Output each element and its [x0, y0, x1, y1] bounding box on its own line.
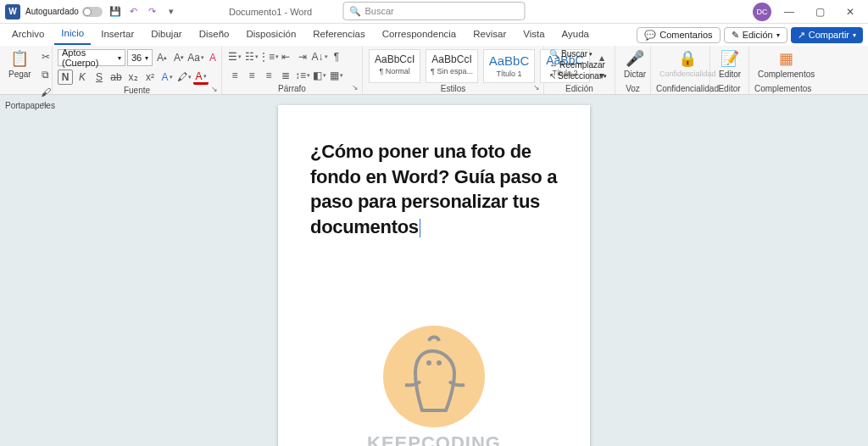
group-sensitivity: 🔒Confidencialidad Confidencialidad	[651, 46, 710, 94]
comments-button[interactable]: 💬Comentarios	[637, 27, 720, 43]
save-icon[interactable]: 💾	[108, 4, 123, 20]
show-marks-icon[interactable]: ¶	[329, 49, 344, 64]
title-bar: W Autoguardado 💾 ↶ ↷ ▾ 🔍 Buscar Document…	[0, 0, 868, 24]
group-addins: ▦Complementos Complementos	[749, 46, 810, 94]
group-label-addins: Complementos	[754, 83, 805, 93]
increase-indent-icon[interactable]: ⇥	[295, 49, 310, 64]
font-color-icon[interactable]: A	[193, 70, 209, 85]
tab-revisar[interactable]: Revisar	[466, 25, 513, 44]
cut-icon[interactable]: ✂	[38, 49, 53, 64]
comment-icon: 💬	[644, 30, 656, 41]
group-voice: 🎤Dictar Voz	[615, 46, 651, 94]
minimize-button[interactable]: ―	[776, 2, 802, 22]
text-effects-icon[interactable]: A	[159, 70, 175, 85]
strike-icon[interactable]: ab	[108, 70, 124, 85]
watermark-logo-icon	[383, 326, 485, 427]
clipboard-icon: 📋	[10, 49, 29, 68]
italic-icon[interactable]: K	[75, 70, 90, 85]
document-canvas[interactable]: ¿Cómo poner una foto de fondo en Word? G…	[0, 95, 868, 446]
watermark: KEEPCODING Tech School	[278, 326, 590, 446]
shading-icon[interactable]: ◧	[312, 68, 327, 83]
editing-mode-button[interactable]: ✎Edición▾	[724, 27, 787, 43]
close-button[interactable]: ✕	[837, 2, 863, 22]
share-icon: ↗	[798, 30, 805, 41]
tab-archivo[interactable]: Archivo	[5, 25, 51, 44]
group-label-editing: Edición	[549, 83, 609, 93]
document-heading[interactable]: ¿Cómo poner una foto de fondo en Word? G…	[310, 139, 558, 240]
style-sin-espaciado[interactable]: AaBbCcI¶ Sin espa...	[426, 49, 477, 83]
group-font: Aptos (Cuerpo)▾ 36▾ A▴ A▾ Aa A N K S ab …	[53, 46, 222, 94]
user-avatar[interactable]: DC	[753, 3, 771, 21]
line-spacing-icon[interactable]: ↕≡	[295, 68, 310, 83]
group-label-font: Fuente↘	[58, 85, 216, 95]
tab-insertar[interactable]: Insertar	[94, 25, 141, 44]
justify-icon[interactable]: ≣	[278, 68, 293, 83]
tab-referencias[interactable]: Referencias	[306, 25, 371, 44]
increase-font-icon[interactable]: A▴	[154, 50, 170, 65]
tab-diseno[interactable]: Diseño	[192, 25, 236, 44]
search-icon: 🔍	[349, 6, 361, 17]
autosave-toggle[interactable]	[82, 7, 103, 17]
clear-format-icon[interactable]: A	[205, 50, 220, 65]
share-button[interactable]: ↗Compartir▾	[791, 27, 863, 43]
page[interactable]: ¿Cómo poner una foto de fondo en Word? G…	[278, 105, 590, 446]
dictate-button[interactable]: 🎤Dictar	[620, 49, 649, 79]
highlight-icon[interactable]: 🖍	[176, 70, 192, 85]
align-center-icon[interactable]: ≡	[244, 68, 259, 83]
maximize-button[interactable]: ▢	[807, 2, 832, 22]
underline-icon[interactable]: S	[92, 70, 107, 85]
style-titulo1[interactable]: AaBbCTítulo 1	[483, 49, 536, 83]
group-styles: AaBbCcI¶ Normal AaBbCcI¶ Sin espa... AaB…	[363, 46, 544, 94]
align-right-icon[interactable]: ≡	[261, 68, 276, 83]
tab-correspondencia[interactable]: Correspondencia	[376, 25, 464, 44]
group-label-sensitivity: Confidencialidad	[656, 83, 704, 93]
style-normal[interactable]: AaBbCcI¶ Normal	[369, 49, 420, 83]
select-button[interactable]: ↖Seleccionar▾	[549, 71, 607, 81]
launcher-icon[interactable]: ↘	[42, 100, 48, 109]
ribbon-tabs: Archivo Inicio Insertar Dibujar Diseño D…	[0, 24, 868, 46]
group-clipboard: 📋 Pegar ✂ ⧉ 🖌 Portapapeles↘	[0, 46, 53, 94]
tab-inicio[interactable]: Inicio	[54, 25, 91, 45]
subscript-icon[interactable]: x₂	[125, 70, 141, 85]
word-app-icon: W	[5, 4, 20, 20]
launcher-icon[interactable]: ↘	[211, 85, 218, 93]
find-button[interactable]: 🔍Buscar▾	[549, 49, 593, 59]
change-case-icon[interactable]: Aa	[188, 50, 203, 65]
bold-icon[interactable]: N	[58, 70, 73, 85]
tab-vista[interactable]: Vista	[516, 25, 551, 44]
tab-dibujar[interactable]: Dibujar	[144, 25, 188, 44]
superscript-icon[interactable]: x²	[142, 70, 158, 85]
replace-button[interactable]: ↔Reemplazar	[549, 60, 605, 70]
sort-icon[interactable]: A↓	[312, 49, 327, 64]
font-name-combo[interactable]: Aptos (Cuerpo)▾	[58, 49, 125, 66]
group-label-clipboard: Portapapeles↘	[5, 100, 47, 110]
redo-icon[interactable]: ↷	[145, 4, 160, 20]
decrease-font-icon[interactable]: A▾	[171, 50, 186, 65]
cursor-icon: ↖	[549, 71, 556, 81]
qat-customize-icon[interactable]: ▾	[164, 4, 179, 20]
align-left-icon[interactable]: ≡	[227, 68, 242, 83]
copy-icon[interactable]: ⧉	[38, 67, 53, 82]
addins-button[interactable]: ▦Complementos	[754, 49, 818, 79]
addins-icon: ▦	[777, 49, 796, 68]
launcher-icon[interactable]: ↘	[352, 83, 359, 92]
format-painter-icon[interactable]: 🖌	[38, 85, 53, 100]
document-title: Documento1 - Word	[229, 7, 312, 17]
editor-icon: 📝	[721, 49, 739, 68]
decrease-indent-icon[interactable]: ⇤	[278, 49, 293, 64]
multilevel-icon[interactable]: ⋮≡	[261, 49, 276, 64]
group-editing: 🔍Buscar▾ ↔Reemplazar ↖Seleccionar▾ Edici…	[544, 46, 615, 94]
tab-disposicion[interactable]: Disposición	[239, 25, 303, 44]
font-size-combo[interactable]: 36▾	[127, 49, 153, 66]
tell-me-search[interactable]: 🔍 Buscar	[343, 2, 526, 20]
undo-icon[interactable]: ↶	[126, 4, 142, 20]
autosave-label: Autoguardado	[25, 7, 79, 16]
bullets-icon[interactable]: ☰	[227, 49, 242, 64]
launcher-icon[interactable]: ↘	[533, 83, 540, 92]
editor-button[interactable]: 📝Editor	[715, 49, 744, 79]
tab-ayuda[interactable]: Ayuda	[555, 25, 596, 44]
search-icon: 🔍	[549, 49, 559, 59]
paste-button[interactable]: 📋 Pegar	[5, 49, 35, 79]
numbering-icon[interactable]: ☷	[244, 49, 259, 64]
borders-icon[interactable]: ▦	[329, 68, 344, 83]
